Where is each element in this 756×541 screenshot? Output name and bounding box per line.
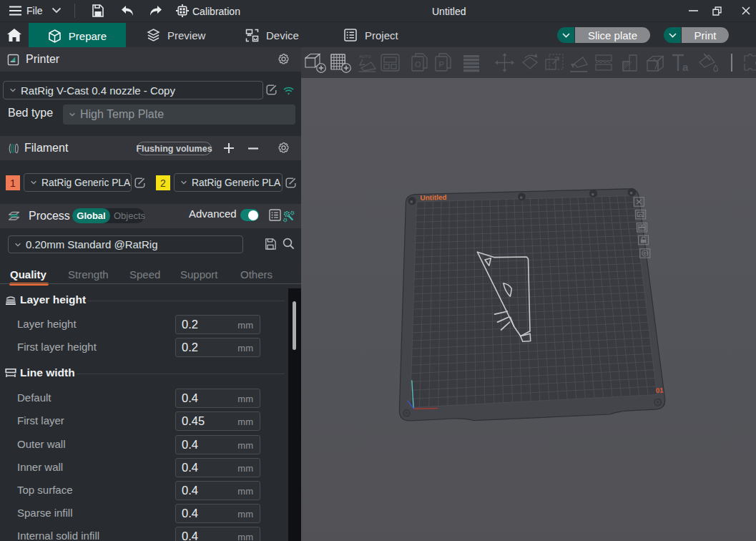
svg-text:a: a	[682, 61, 689, 73]
svg-text:O: O	[415, 60, 421, 69]
svg-text:AUTO: AUTO	[359, 54, 371, 59]
svg-text:Untitled: Untitled	[420, 193, 447, 202]
svg-text:01: 01	[656, 386, 664, 394]
svg-text:P: P	[439, 60, 444, 69]
